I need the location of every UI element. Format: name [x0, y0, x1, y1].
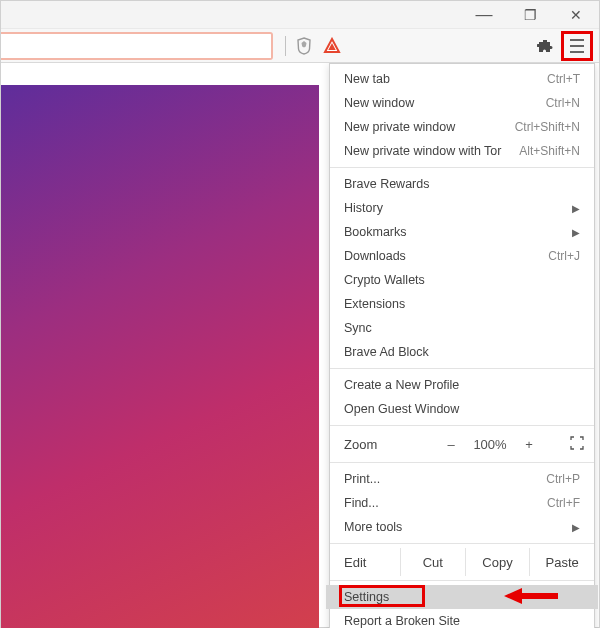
menu-separator: [330, 167, 594, 168]
menu-label: Print...: [344, 472, 380, 486]
menu-shortcut: Ctrl+Shift+N: [515, 120, 580, 134]
titlebar: — ❐ ✕: [1, 1, 599, 29]
edit-cut-button[interactable]: Cut: [400, 548, 465, 576]
page-background: [1, 85, 319, 628]
menu-label: Sync: [344, 321, 372, 335]
svg-marker-3: [504, 588, 522, 604]
zoom-out-button[interactable]: –: [434, 437, 468, 452]
menu-new-private-window[interactable]: New private window Ctrl+Shift+N: [330, 115, 594, 139]
menu-label: New tab: [344, 72, 390, 86]
menu-label: New private window: [344, 120, 455, 134]
brave-shield-icon[interactable]: [292, 34, 316, 58]
menu-label: Create a New Profile: [344, 378, 459, 392]
menu-brave-rewards[interactable]: Brave Rewards: [330, 172, 594, 196]
menu-shortcut: Ctrl+P: [546, 472, 580, 486]
menu-new-private-tor[interactable]: New private window with Tor Alt+Shift+N: [330, 139, 594, 163]
menu-separator: [330, 425, 594, 426]
menu-separator: [330, 543, 594, 544]
menu-zoom-row: Zoom – 100% +: [330, 430, 594, 458]
chevron-right-icon: ▶: [572, 227, 580, 238]
chevron-right-icon: ▶: [572, 522, 580, 533]
zoom-in-button[interactable]: +: [512, 437, 546, 452]
toolbar: [1, 29, 599, 63]
menu-label: Open Guest Window: [344, 402, 459, 416]
menu-sync[interactable]: Sync: [330, 316, 594, 340]
menu-label: Edit: [330, 555, 400, 570]
minimize-button[interactable]: —: [461, 1, 507, 28]
extensions-icon[interactable]: [533, 34, 557, 58]
menu-brave-ad-block[interactable]: Brave Ad Block: [330, 340, 594, 364]
menu-settings[interactable]: Settings: [330, 585, 594, 609]
menu-print[interactable]: Print... Ctrl+P: [330, 467, 594, 491]
menu-label: Brave Ad Block: [344, 345, 429, 359]
menu-history[interactable]: History ▶: [330, 196, 594, 220]
menu-shortcut: Alt+Shift+N: [519, 144, 580, 158]
fullscreen-icon[interactable]: [556, 436, 584, 453]
zoom-level: 100%: [468, 437, 512, 452]
main-menu: New tab Ctrl+T New window Ctrl+N New pri…: [329, 63, 595, 628]
main-menu-button[interactable]: [565, 35, 589, 57]
menu-new-tab[interactable]: New tab Ctrl+T: [330, 67, 594, 91]
menu-label: History: [344, 201, 383, 215]
edit-paste-button[interactable]: Paste: [529, 548, 594, 576]
maximize-button[interactable]: ❐: [507, 1, 553, 28]
browser-window: — ❐ ✕: [0, 0, 600, 628]
menu-shortcut: Ctrl+T: [547, 72, 580, 86]
menu-label: Settings: [344, 590, 389, 604]
menu-open-guest[interactable]: Open Guest Window: [330, 397, 594, 421]
close-button[interactable]: ✕: [553, 1, 599, 28]
menu-separator: [330, 462, 594, 463]
menu-crypto-wallets[interactable]: Crypto Wallets: [330, 268, 594, 292]
address-bar[interactable]: [1, 32, 273, 60]
menu-new-window[interactable]: New window Ctrl+N: [330, 91, 594, 115]
menu-label: Bookmarks: [344, 225, 407, 239]
menu-downloads[interactable]: Downloads Ctrl+J: [330, 244, 594, 268]
menu-edit-row: Edit Cut Copy Paste: [330, 548, 594, 576]
content-area: New tab Ctrl+T New window Ctrl+N New pri…: [1, 63, 599, 628]
menu-label: Extensions: [344, 297, 405, 311]
menu-label: Brave Rewards: [344, 177, 429, 191]
menu-label: Report a Broken Site: [344, 614, 460, 628]
menu-report-broken-site[interactable]: Report a Broken Site: [330, 609, 594, 628]
menu-label: Crypto Wallets: [344, 273, 425, 287]
menu-bookmarks[interactable]: Bookmarks ▶: [330, 220, 594, 244]
menu-shortcut: Ctrl+J: [548, 249, 580, 263]
menu-label: New window: [344, 96, 414, 110]
menu-shortcut: Ctrl+N: [546, 96, 580, 110]
menu-separator: [330, 368, 594, 369]
menu-create-profile[interactable]: Create a New Profile: [330, 373, 594, 397]
menu-label: Downloads: [344, 249, 406, 263]
brave-logo-icon[interactable]: [320, 34, 344, 58]
hamburger-highlight: [561, 31, 593, 61]
menu-find[interactable]: Find... Ctrl+F: [330, 491, 594, 515]
menu-label: More tools: [344, 520, 402, 534]
menu-label: Zoom: [344, 437, 434, 452]
menu-extensions[interactable]: Extensions: [330, 292, 594, 316]
red-arrow-icon: [504, 588, 558, 604]
menu-shortcut: Ctrl+F: [547, 496, 580, 510]
toolbar-divider: [285, 36, 286, 56]
menu-separator: [330, 580, 594, 581]
menu-label: Find...: [344, 496, 379, 510]
menu-more-tools[interactable]: More tools ▶: [330, 515, 594, 539]
svg-rect-2: [522, 593, 558, 599]
menu-label: New private window with Tor: [344, 144, 501, 158]
chevron-right-icon: ▶: [572, 203, 580, 214]
edit-copy-button[interactable]: Copy: [465, 548, 530, 576]
